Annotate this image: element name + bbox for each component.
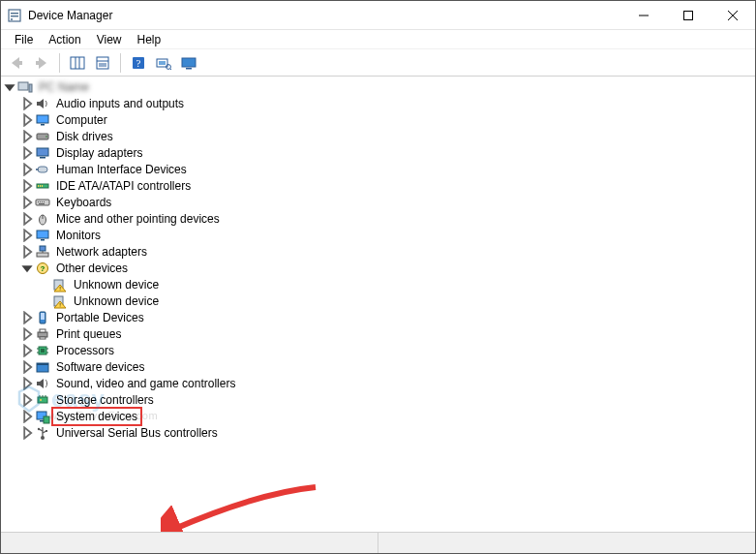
tree-item-label: IDE ATA/ATAPI controllers [54,179,193,193]
tree-item[interactable]: Audio inputs and outputs [20,95,755,111]
annotation-arrow [161,481,325,532]
svg-rect-57 [41,313,45,320]
svg-rect-24 [29,84,32,92]
storage-icon [35,392,50,408]
tree-item-label: Computer [54,113,109,127]
tree-item-label: Sound, video and game controllers [54,377,237,390]
app-icon [7,8,22,23]
tree-item[interactable]: Monitors [20,227,755,243]
svg-point-3 [11,18,13,20]
svg-rect-18 [159,61,166,65]
svg-text:?: ? [41,264,45,273]
statusbar-pane-left [1,533,378,553]
toolbar-forward-button[interactable] [30,51,53,75]
toolbar-monitor-config-button[interactable] [177,51,200,75]
tree-item[interactable]: Print queues [20,325,755,342]
tree-item-label: Portable Devices [54,311,146,324]
svg-point-28 [45,136,47,138]
tree-item[interactable]: Disk drives [20,128,755,144]
svg-rect-23 [18,82,28,90]
tree-item[interactable]: Universal Serial Bus controllers [20,424,755,441]
svg-rect-69 [38,397,47,403]
tree-expander-icon[interactable] [20,327,34,341]
tree-expander-icon[interactable] [20,360,34,374]
tree-item-label: Other devices [54,262,130,275]
tree-item[interactable]: Processors [20,342,755,358]
tree-item-label: Storage controllers [54,393,156,407]
close-button[interactable] [711,1,755,30]
tree-item[interactable]: Network adapters [20,243,755,260]
menu-view[interactable]: View [89,31,130,48]
maximize-button[interactable] [666,1,711,30]
svg-rect-29 [37,148,48,156]
svg-rect-34 [38,185,39,187]
svg-rect-8 [71,57,84,69]
tree-expander-icon[interactable] [20,130,34,143]
usb-icon [35,425,50,441]
menu-help[interactable]: Help [130,31,169,48]
tree-item[interactable]: Computer [20,111,755,128]
tree-item[interactable]: Human Interface Devices [20,161,755,177]
device-tree[interactable]: PC NameAudio inputs and outputsComputerD… [1,77,755,532]
tree-item-label: Display adapters [54,146,144,160]
tree-expander-icon[interactable] [20,426,34,440]
tree-item[interactable]: Portable Devices [20,309,755,325]
tree-item-label: Human Interface Devices [54,163,189,176]
toolbar-back-button[interactable] [5,51,28,75]
tree-expander-icon[interactable] [20,393,34,407]
tree-expander-icon[interactable] [20,245,34,259]
monitor-icon [35,112,50,128]
svg-rect-68 [37,363,48,365]
tree-expander-icon[interactable] [20,344,34,357]
tree-item-label: Print queues [54,327,123,341]
tree-item[interactable]: Keyboards [20,194,755,210]
tree-expander-icon[interactable] [20,97,34,110]
tree-root-item[interactable]: PC Name [3,78,755,95]
menu-file[interactable]: File [7,31,41,48]
tree-item[interactable]: System devices [20,408,755,424]
tree-item[interactable]: !Unknown device [38,276,755,292]
svg-rect-62 [41,349,45,353]
window-title: Device Manager [28,9,112,22]
toolbar-divider [120,53,121,73]
tree-expander-icon[interactable] [3,80,16,94]
toolbar-properties-button[interactable] [91,51,114,75]
keyboard-icon [35,195,50,210]
tree-expander-icon[interactable] [20,163,34,176]
tree-item[interactable]: IDE ATA/ATAPI controllers [20,177,755,194]
toolbar-scan-button[interactable] [152,51,175,75]
tree-item[interactable]: ?Other devices [20,260,755,276]
svg-rect-38 [38,201,39,202]
tree-expander-icon[interactable] [20,311,34,324]
svg-rect-11 [97,57,108,69]
tree-expander-icon[interactable] [20,113,34,127]
svg-rect-31 [38,167,47,172]
tree-item[interactable]: Display adapters [20,144,755,161]
tree-expander-icon[interactable] [20,212,34,226]
drive-icon [35,129,50,144]
tree-item[interactable]: Sound, video and game controllers [20,375,755,391]
tree-item[interactable]: Storage controllers [20,391,755,408]
tree-expander-icon[interactable] [20,262,34,275]
tree-expander-icon[interactable] [20,410,34,423]
tree-item-label: System devices [54,410,139,423]
warning-icon: ! [52,293,68,309]
tree-expander-icon[interactable] [20,146,34,160]
svg-rect-47 [37,253,48,257]
toolbar-columns-button[interactable] [66,51,89,75]
tree-expander-icon[interactable] [20,229,34,242]
svg-rect-76 [44,416,49,423]
toolbar-help-button[interactable]: ? [127,51,150,75]
tree-expander-icon[interactable] [20,377,34,390]
svg-rect-35 [40,185,41,187]
tree-item[interactable]: !Unknown device [38,292,755,309]
network-icon [35,244,50,260]
tree-item[interactable]: Software devices [20,358,755,375]
menu-action[interactable]: Action [41,31,88,48]
tree-item-label: Processors [54,344,116,357]
minimize-button[interactable] [621,1,666,30]
tree-expander-icon[interactable] [20,179,34,193]
tree-expander-icon[interactable] [20,196,34,209]
tree-item[interactable]: Mice and other pointing devices [20,210,755,227]
display-icon [35,145,50,161]
